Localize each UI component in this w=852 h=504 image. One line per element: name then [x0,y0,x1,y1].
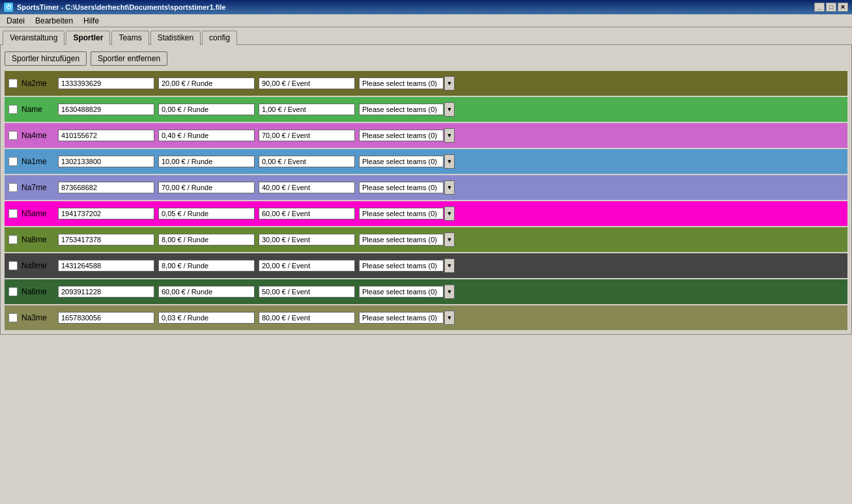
tab-teams[interactable]: Teams [111,31,149,45]
athlete-id-field[interactable] [58,182,154,193]
teams-select[interactable]: Please select teams (0) [359,182,444,193]
athlete-name: Na7me [21,183,54,192]
athlete-id-field[interactable] [58,208,154,219]
athlete-event-field[interactable] [259,104,355,115]
athlete-runde-field[interactable] [158,312,255,324]
athlete-id-field[interactable] [58,156,154,167]
menu-datei[interactable]: Datei [3,16,29,26]
maximize-button[interactable]: □ [826,3,836,12]
teams-select-container: Please select teams (0) ▼ [359,180,455,195]
athlete-checkbox[interactable] [8,131,18,140]
athlete-runde-field[interactable] [158,77,255,89]
athlete-event-field[interactable] [259,77,355,89]
athlete-name: Na2me [21,79,54,88]
teams-dropdown-button[interactable]: ▼ [444,285,455,299]
athlete-row: Na8me Please select teams (0) ▼ [5,227,847,252]
athlete-checkbox[interactable] [8,79,18,88]
athlete-row: Na4me Please select teams (0) ▼ [5,123,847,148]
teams-select[interactable]: Please select teams (0) [359,208,444,219]
teams-dropdown-button[interactable]: ▼ [444,76,455,91]
remove-athlete-button[interactable]: Sportler entfernen [91,51,167,66]
athlete-checkbox[interactable] [8,287,18,296]
athlete-checkbox[interactable] [8,157,18,166]
teams-select-container: Please select teams (0) ▼ [359,285,455,299]
menu-bearbeiten[interactable]: Bearbeiten [31,16,77,26]
tab-config[interactable]: config [202,31,237,45]
athlete-runde-field[interactable] [158,130,255,141]
athlete-id-field[interactable] [58,234,154,245]
teams-dropdown-button[interactable]: ▼ [444,206,455,221]
toolbar: Sportler hinzufügen Sportler entfernen [5,49,847,71]
athlete-checkbox[interactable] [8,183,18,192]
teams-dropdown-button[interactable]: ▼ [444,180,455,195]
teams-dropdown-button[interactable]: ▼ [444,128,455,143]
athlete-name: N5ame [21,209,54,218]
teams-dropdown-button[interactable]: ▼ [444,102,455,117]
athlete-runde-field[interactable] [158,182,255,193]
athlete-id-field[interactable] [58,286,154,298]
athlete-name: Na8me [21,235,54,244]
teams-select[interactable]: Please select teams (0) [359,260,444,272]
athlete-row: Na9me Please select teams (0) ▼ [5,253,847,278]
athlete-event-field[interactable] [259,286,355,298]
athlete-runde-field[interactable] [158,208,255,219]
teams-dropdown-button[interactable]: ▼ [444,259,455,273]
tab-statistiken[interactable]: Statistiken [150,31,201,45]
athlete-id-field[interactable] [58,104,154,115]
teams-dropdown-button[interactable]: ▼ [444,154,455,169]
minimize-button[interactable]: _ [814,3,825,12]
teams-select[interactable]: Please select teams (0) [359,312,444,324]
athlete-runde-field[interactable] [158,156,255,167]
teams-select[interactable]: Please select teams (0) [359,77,444,89]
athlete-row: Name Please select teams (0) ▼ [5,97,847,122]
athlete-id-field[interactable] [58,260,154,272]
athlete-checkbox[interactable] [8,105,18,114]
athlete-checkbox[interactable] [8,313,18,322]
teams-select[interactable]: Please select teams (0) [359,130,444,141]
athlete-event-field[interactable] [259,208,355,219]
athlete-runde-field[interactable] [158,104,255,115]
athlete-list: Na2me Please select teams (0) ▼ Name Ple… [5,71,847,330]
athlete-id-field[interactable] [58,77,154,89]
athlete-name: Na6me [21,287,54,296]
athlete-event-field[interactable] [259,130,355,141]
teams-dropdown-button[interactable]: ▼ [444,311,455,325]
teams-select[interactable]: Please select teams (0) [359,286,444,298]
athlete-event-field[interactable] [259,260,355,272]
athlete-checkbox[interactable] [8,209,18,218]
athlete-event-field[interactable] [259,312,355,324]
teams-select[interactable]: Please select teams (0) [359,104,444,115]
athlete-row: Na6me Please select teams (0) ▼ [5,279,847,304]
teams-select-container: Please select teams (0) ▼ [359,232,455,247]
add-athlete-button[interactable]: Sportler hinzufügen [5,51,87,66]
athlete-event-field[interactable] [259,182,355,193]
teams-select-container: Please select teams (0) ▼ [359,76,455,91]
teams-select-container: Please select teams (0) ▼ [359,154,455,169]
athlete-row: Na7me Please select teams (0) ▼ [5,175,847,200]
athlete-id-field[interactable] [58,312,154,324]
teams-dropdown-button[interactable]: ▼ [444,232,455,247]
athlete-checkbox[interactable] [8,261,18,270]
tab-sportler[interactable]: Sportler [66,31,110,45]
athlete-row: Na3me Please select teams (0) ▼ [5,305,847,330]
athlete-event-field[interactable] [259,156,355,167]
teams-select[interactable]: Please select teams (0) [359,234,444,245]
athlete-row: Na1me Please select teams (0) ▼ [5,149,847,174]
athlete-name: Name [21,105,54,114]
tab-veranstaltung[interactable]: Veranstaltung [3,31,64,45]
athlete-runde-field[interactable] [158,260,255,272]
close-button[interactable]: ✕ [838,3,848,12]
athlete-runde-field[interactable] [158,234,255,245]
athlete-name: Na3me [21,313,54,322]
athlete-event-field[interactable] [259,234,355,245]
teams-select-container: Please select teams (0) ▼ [359,206,455,221]
athlete-row: Na2me Please select teams (0) ▼ [5,71,847,96]
athlete-runde-field[interactable] [158,286,255,298]
title-bar: ⏱ SportsTimer - C:\Users\derhecht\Docume… [0,0,852,14]
teams-select[interactable]: Please select teams (0) [359,156,444,167]
tabs-bar: Veranstaltung Sportler Teams Statistiken… [0,27,852,44]
athlete-checkbox[interactable] [8,235,18,244]
teams-select-container: Please select teams (0) ▼ [359,102,455,117]
menu-hilfe[interactable]: Hilfe [79,16,103,26]
athlete-id-field[interactable] [58,130,154,141]
